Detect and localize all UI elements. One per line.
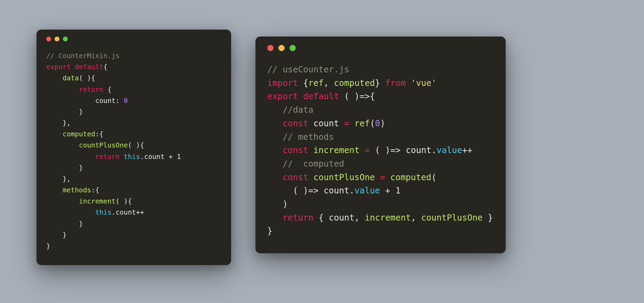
id-countplusone: countPlusOne [313, 172, 375, 182]
code-window-left: // CounterMixin.js export default{ data(… [36, 30, 231, 265]
id-countplusone: countPlusOne [421, 213, 483, 223]
punct: } [63, 231, 67, 239]
kw-const: const [283, 118, 308, 128]
punct: } [46, 242, 50, 250]
punct: ( ){ [116, 197, 132, 205]
kw-default: default [303, 91, 339, 101]
punct: } [79, 108, 83, 116]
kw-const: const [283, 172, 308, 182]
traffic-lights [267, 45, 494, 51]
code-content-right: // useCounter.js import {ref, computed} … [267, 63, 494, 238]
punct: :{ [95, 130, 103, 138]
minimize-icon[interactable] [278, 45, 285, 51]
code-comment: // CounterMixin.js [46, 52, 120, 60]
fn-increment: increment [79, 197, 116, 205]
fn-countplusone: countPlusOne [79, 141, 128, 149]
fn-data: data [63, 74, 79, 82]
prop-methods: methods [63, 186, 91, 194]
punct: ) [283, 199, 288, 209]
code-comment: // computed [283, 159, 344, 169]
traffic-lights [46, 37, 221, 41]
fn-computed: computed [390, 172, 431, 182]
maximize-icon[interactable] [63, 37, 68, 41]
id-count: count [324, 185, 349, 196]
punct: { [103, 63, 107, 71]
kw-import: import [267, 78, 298, 88]
prop-count: .count [140, 153, 164, 161]
punct: }, [63, 175, 71, 183]
punct: ( [431, 172, 437, 182]
kw-return: return [79, 86, 103, 94]
punct: :{ [91, 186, 99, 194]
punct: ( [370, 118, 375, 128]
op-plus: + 1 [385, 185, 400, 196]
num-zero: 0 [124, 97, 128, 105]
id-count: count [406, 145, 431, 155]
op-plus: + 1 [169, 153, 181, 161]
id-ref: ref [308, 78, 324, 88]
kw-export: export [267, 91, 298, 101]
punct: , [324, 78, 329, 88]
punct: ) [380, 118, 385, 128]
close-icon[interactable] [46, 37, 51, 41]
maximize-icon[interactable] [290, 45, 296, 51]
fn-ref: ref [354, 118, 370, 128]
op-increment: ++ [462, 145, 473, 155]
punct: { [107, 86, 112, 94]
arrow-fn: ( )=> [375, 145, 401, 155]
id-increment: increment [365, 213, 411, 223]
punct: , [354, 213, 360, 223]
punct: } [267, 226, 272, 236]
code-comment: // useCounter.js [267, 64, 349, 74]
prop-value: value [354, 185, 380, 196]
code-comment: //data [283, 105, 313, 115]
kw-this: this [124, 153, 140, 161]
code-comment: // methods [283, 132, 334, 142]
op-increment: ++ [136, 208, 144, 216]
arrow-fn: ( )=>{ [344, 91, 375, 101]
prop-count: count [95, 97, 116, 105]
punct: ( ){ [79, 74, 95, 82]
punct: { [303, 78, 308, 88]
minimize-icon[interactable] [55, 37, 59, 41]
punct: } [375, 78, 380, 88]
code-window-right: // useCounter.js import {ref, computed} … [255, 37, 506, 253]
id-computed: computed [334, 78, 375, 88]
punct: , [411, 213, 416, 223]
punct: . [431, 145, 437, 155]
prop-count: .count [112, 208, 136, 216]
punct: } [488, 213, 493, 223]
id-increment: increment [313, 145, 360, 155]
kw-this: this [95, 208, 112, 216]
kw-default: default [75, 63, 103, 71]
punct: } [79, 164, 83, 172]
kw-export: export [46, 63, 71, 71]
num-zero: 0 [375, 118, 380, 128]
prop-value: value [437, 145, 462, 155]
punct: ( ){ [128, 141, 144, 149]
op-eq: = [365, 145, 370, 155]
punct: . [349, 185, 354, 196]
op-eq: = [380, 172, 385, 182]
kw-const: const [283, 145, 308, 155]
punct: { [319, 213, 324, 223]
kw-from: from [385, 78, 406, 88]
close-icon[interactable] [267, 45, 274, 51]
id-count: count [329, 213, 354, 223]
str-vue: 'vue' [411, 78, 437, 88]
arrow-fn: ( )=> [293, 185, 319, 196]
punct: }, [63, 119, 71, 127]
prop-computed: computed [63, 130, 95, 138]
punct: : [116, 97, 120, 105]
kw-return: return [95, 153, 120, 161]
code-content-left: // CounterMixin.js export default{ data(… [46, 50, 221, 252]
punct: } [79, 220, 83, 228]
id-count: count [313, 118, 339, 128]
kw-return: return [283, 213, 313, 223]
op-eq: = [344, 118, 349, 128]
